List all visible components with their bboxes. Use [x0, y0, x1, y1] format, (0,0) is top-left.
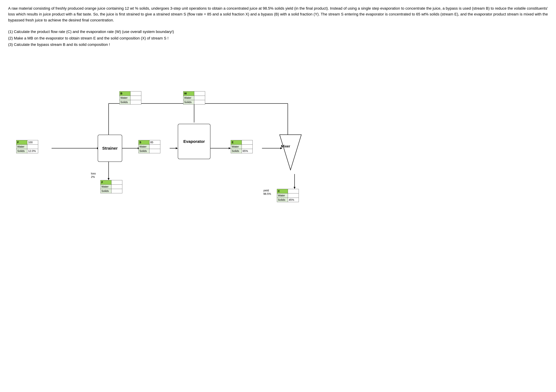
problem-text: A raw material consisting of freshly pro…: [8, 5, 548, 23]
stream-W-water-val: [194, 96, 205, 100]
stream-F-in-solids-key: Solids: [16, 149, 27, 153]
question-1: (1) Calculate the product flow rate (C) …: [8, 29, 548, 35]
stream-S-flow: 85: [149, 140, 160, 144]
evaporator-box: Evaporator: [178, 124, 210, 159]
strainer-label: Strainer: [102, 146, 117, 151]
stream-F-in-flow: 100: [27, 140, 38, 144]
stream-S-water-key: Water: [139, 144, 149, 149]
svg-marker-19: [293, 187, 295, 189]
stream-F-loss-label: F: [100, 180, 111, 184]
stream-F-in-water-key: Water: [16, 144, 27, 149]
stream-C-water-val: [288, 193, 299, 198]
stream-W-water-key: Water: [183, 96, 194, 100]
yield-val: 98.5%: [263, 192, 271, 196]
stream-W-solids-val: [194, 100, 205, 104]
stream-B-table: B Water Solids: [119, 91, 141, 105]
stream-F-in-label: F: [16, 140, 27, 144]
strainer-box: Strainer: [98, 135, 122, 162]
stream-F-in-table: F 100 Water Solids 12.0%: [16, 140, 38, 153]
stream-C-flow: [288, 189, 299, 193]
mixer-svg: [277, 132, 304, 175]
mixer-container: Mixer: [277, 132, 304, 176]
stream-E-label: E: [231, 140, 242, 144]
evaporator-label: Evaporator: [183, 139, 205, 144]
stream-S-table: S 85 Water Solids: [139, 140, 160, 153]
stream-F-loss-solids-val: [111, 189, 122, 193]
stream-B-flow: [131, 91, 141, 96]
stream-E-flow: [242, 140, 253, 144]
svg-marker-20: [280, 135, 301, 170]
yield-label: yield: [263, 189, 269, 192]
paragraph: A raw material consisting of freshly pro…: [8, 6, 548, 22]
questions-block: (1) Calculate the product flow rate (C) …: [8, 29, 548, 48]
stream-B-water-key: Water: [120, 96, 131, 100]
stream-S-water-val: [149, 144, 160, 149]
stream-S-solids-val: [149, 149, 160, 153]
stream-E-solids-key: Solids: [231, 149, 242, 153]
stream-E-table: E Water Solids 65%: [231, 140, 253, 153]
stream-W-table: W Water Solids: [183, 91, 205, 105]
stream-F-loss-solids-key: Solids: [100, 189, 111, 193]
stream-C-solids-key: Solids: [277, 198, 288, 202]
stream-B-solids-key: Solids: [120, 100, 131, 104]
stream-C-table: C Water Solids 45%: [277, 189, 299, 202]
stream-F-in-solids-val: 12.0%: [27, 149, 38, 153]
stream-C-solids-val: 45%: [288, 198, 299, 202]
stream-E-water-val: [242, 144, 253, 149]
mixer-label: Mixer: [281, 144, 290, 148]
svg-marker-5: [176, 147, 178, 149]
stream-F-loss-water-val: [111, 184, 122, 189]
process-diagram: F 100 Water Solids 12.0% Strainer B Wate…: [8, 56, 548, 246]
loss-pct: 2%: [91, 175, 95, 179]
question-3: (3) Calculate the bypass stream B and it…: [8, 41, 548, 48]
svg-marker-17: [108, 178, 109, 180]
stream-E-water-key: Water: [231, 144, 242, 149]
stream-C-label: C: [277, 189, 288, 193]
stream-F-loss-table: F Water Solids: [100, 180, 122, 193]
stream-B-label: B: [120, 91, 131, 96]
stream-W-flow: [194, 91, 205, 96]
stream-B-solids-val: [131, 100, 141, 104]
stream-E-solids-val: 65%: [242, 149, 253, 153]
stream-S-solids-key: Solids: [139, 149, 149, 153]
stream-W-solids-key: Solids: [183, 100, 194, 104]
loss-label: loss: [91, 172, 96, 175]
stream-W-label: W: [183, 91, 194, 96]
stream-S-label: S: [139, 140, 149, 144]
stream-F-in-water-val: [27, 144, 38, 149]
stream-C-water-key: Water: [277, 193, 288, 198]
stream-F-loss-water-key: Water: [100, 184, 111, 189]
svg-marker-7: [229, 147, 231, 149]
stream-B-water-val: [131, 96, 141, 100]
question-2: (2) Make a MB on the evaporator to obtai…: [8, 35, 548, 42]
stream-F-loss-flow: [111, 180, 122, 184]
